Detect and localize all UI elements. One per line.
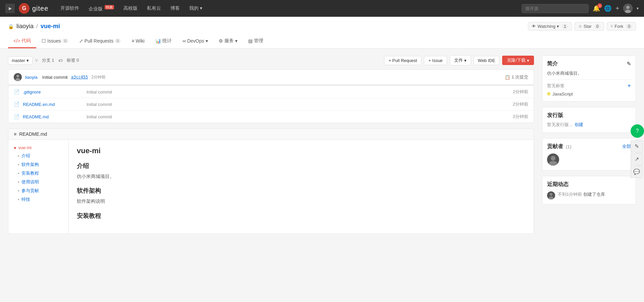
edit-icon[interactable]: ✎ — [627, 61, 631, 67]
file-time: 2分钟前 — [513, 114, 528, 120]
readme-toc: vue-mi 介绍 软件架构 安装教程 使用说明 参与贡献 — [8, 140, 69, 234]
repo-actions: 👁 Watching ▾ 1 ☆ Star 0 ⑂ Fork 0 — [528, 22, 636, 31]
nav-logo[interactable]: G gitee — [19, 3, 48, 14]
nav-logo-text: gitee — [32, 5, 48, 12]
fork-button[interactable]: ⑂ Fork 0 — [607, 22, 636, 31]
sidebar-contributors: 贡献者 (1) 全部 — [542, 138, 636, 171]
file-btn[interactable]: 文件 ▾ — [450, 55, 471, 65]
nav-link-enterprise[interactable]: 企业版 特惠 — [85, 3, 118, 14]
toc-item-arch: 软件架构 — [14, 162, 63, 168]
webide-btn[interactable]: Web IDE — [474, 56, 500, 65]
tab-devops[interactable]: ∞ DevOps ▾ — [177, 35, 213, 48]
avatar-dropdown[interactable]: ▾ — [637, 6, 639, 11]
star-button[interactable]: ☆ Star 0 — [575, 22, 604, 31]
file-name-link[interactable]: README.md — [23, 114, 83, 119]
tab-issues[interactable]: ☐ Issues 0 — [36, 35, 74, 48]
sidebar-contrib-title: 贡献者 (1) — [547, 143, 571, 150]
top-navigation: ▶ G gitee 开源软件 企业版 特惠 高校版 私有云 博客 我的 ▾ 🔔 … — [0, 0, 644, 17]
toc-link-tricks[interactable]: 特技 — [21, 196, 30, 202]
user-avatar[interactable] — [623, 4, 633, 13]
sidebar-intro-desc: 仿小米商城项目。 — [547, 70, 631, 77]
float-edit-button[interactable]: ✎ — [631, 140, 643, 153]
tab-service[interactable]: ⚙ 服务 ▾ — [213, 35, 243, 48]
search-input[interactable] — [522, 4, 589, 13]
sidebar-release-title: 发行版 — [547, 112, 631, 119]
nav-link-campus[interactable]: 高校版 — [119, 3, 142, 13]
commit-row: liaoyia Initial commit a3cc455 2分钟前 📋 1 … — [8, 70, 534, 85]
repo-tabs: </> 代码 ☐ Issues 0 ⤢ Pull Requests 0 ≡ Wi… — [8, 35, 636, 48]
toc-item-contrib: 参与贡献 — [14, 188, 63, 194]
file-name-link[interactable]: README.en.md — [23, 102, 83, 107]
nav-toggle-button[interactable]: ▶ — [5, 4, 15, 13]
readme-content: vue-mi 介绍 仿小米商城项目。 软件架构 软件架构说明 安装教程 — [69, 140, 534, 234]
activity-text: 不到1分钟前 创建了仓库 — [558, 191, 605, 197]
location-button[interactable]: 🌐 — [604, 5, 611, 12]
file-item-readme: 📄 README.md Initial commit 2分钟前 — [8, 111, 534, 123]
float-chat-button[interactable]: 💬 — [631, 166, 643, 178]
activity-avatar — [547, 191, 555, 199]
svg-point-4 — [16, 75, 19, 77]
readme-section-intro-body: 仿小米商城项目。 — [77, 173, 526, 180]
toc-root-label[interactable]: vue-mi — [14, 145, 63, 150]
file-icon: 📄 — [14, 102, 19, 107]
svg-point-10 — [550, 193, 552, 196]
float-external-button[interactable]: ↗ — [631, 153, 643, 165]
nav-actions: 🔔 1 🌐 + ▾ — [593, 4, 639, 13]
nav-link-blog[interactable]: 博客 — [166, 3, 184, 13]
sidebar-activity-title: 近期动态 — [547, 181, 631, 188]
sidebar-tags: 暂无标签 + — [547, 82, 631, 89]
issue-btn[interactable]: + Issue — [424, 56, 447, 65]
activity-item: 不到1分钟前 创建了仓库 — [547, 191, 631, 199]
file-time: 2分钟前 — [513, 89, 528, 95]
readme-section-install-title: 安装教程 — [77, 212, 526, 220]
toc-link-contrib[interactable]: 参与贡献 — [21, 188, 39, 194]
svg-point-7 — [551, 156, 555, 161]
toc-link-usage[interactable]: 使用说明 — [21, 179, 39, 185]
content-right: 简介 ✎ 仿小米商城项目。 暂无标签 + JavaScript 发行版 暂无发行… — [542, 55, 636, 234]
contributor-avatar — [547, 154, 559, 166]
tab-manage[interactable]: ▤ 管理 — [243, 35, 269, 48]
toc-link-install[interactable]: 安装教程 — [21, 170, 39, 176]
gitee-logo-icon: G — [19, 3, 30, 14]
file-item-readme-en: 📄 README.en.md Initial commit 2分钟前 — [8, 98, 534, 111]
commit-author-link[interactable]: liaoyia — [25, 75, 38, 80]
pull-request-btn[interactable]: + Pull Request — [384, 56, 421, 65]
nav-link-private[interactable]: 私有云 — [143, 3, 165, 13]
watching-button[interactable]: 👁 Watching ▾ 1 — [528, 22, 572, 31]
readme-body: vue-mi 介绍 软件架构 安装教程 使用说明 参与贡献 — [8, 140, 534, 234]
file-commit-msg: Initial commit — [87, 114, 509, 119]
file-name-link[interactable]: .gitignore — [23, 89, 83, 95]
readme-section-arch-body: 软件架构说明 — [77, 197, 526, 205]
add-tag-icon[interactable]: + — [627, 82, 631, 89]
release-create-link[interactable]: 创建 — [575, 122, 583, 127]
content-left: master ▾ ⑂ 分支 1 🏷 标签 0 + Pull Request + … — [8, 55, 534, 234]
nav-link-opensource[interactable]: 开源软件 — [56, 3, 83, 13]
tab-pullrequests[interactable]: ⤢ Pull Requests 0 — [74, 35, 126, 48]
toc-item-tricks: 特技 — [14, 196, 63, 202]
file-time: 2分钟前 — [513, 101, 528, 107]
notification-button[interactable]: 🔔 1 — [593, 5, 600, 12]
clone-btn[interactable]: 克隆/下载 ▾ — [502, 56, 534, 65]
repo-title-row: 🔒 liaoyia / vue-mi 👁 Watching ▾ 1 ☆ Star… — [8, 22, 636, 31]
readme-icon: ≡ — [14, 131, 16, 137]
readme-main-title: vue-mi — [77, 146, 526, 155]
toc-link-arch[interactable]: 软件架构 — [21, 162, 39, 168]
repo-owner-link[interactable]: liaoyia — [16, 23, 34, 30]
branch-bar: master ▾ ⑂ 分支 1 🏷 标签 0 + Pull Request + … — [8, 55, 534, 65]
commit-hash[interactable]: a3cc455 — [71, 75, 88, 79]
add-button[interactable]: + — [615, 5, 619, 12]
sidebar-lang: JavaScript — [547, 92, 631, 97]
tab-wiki[interactable]: ≡ Wiki — [126, 35, 150, 48]
toc-link-intro[interactable]: 介绍 — [21, 153, 30, 159]
repo-name-link[interactable]: vue-mi — [41, 23, 60, 30]
watching-count: 1 — [562, 24, 568, 29]
nav-link-mine[interactable]: 我的 ▾ — [185, 3, 206, 13]
tab-code[interactable]: </> 代码 — [8, 35, 36, 48]
sidebar-release-empty: 暂无发行版， 创建 — [547, 122, 631, 128]
help-button[interactable]: ? — [631, 124, 644, 138]
readme-header: ≡ README.md — [8, 129, 534, 140]
contributors-all-link[interactable]: 全部 — [622, 143, 631, 149]
tab-stats[interactable]: 📊 统计 — [150, 35, 177, 48]
file-list: 📄 .gitignore Initial commit 2分钟前 📄 READM… — [8, 85, 534, 123]
branch-select[interactable]: master ▾ — [8, 56, 33, 65]
